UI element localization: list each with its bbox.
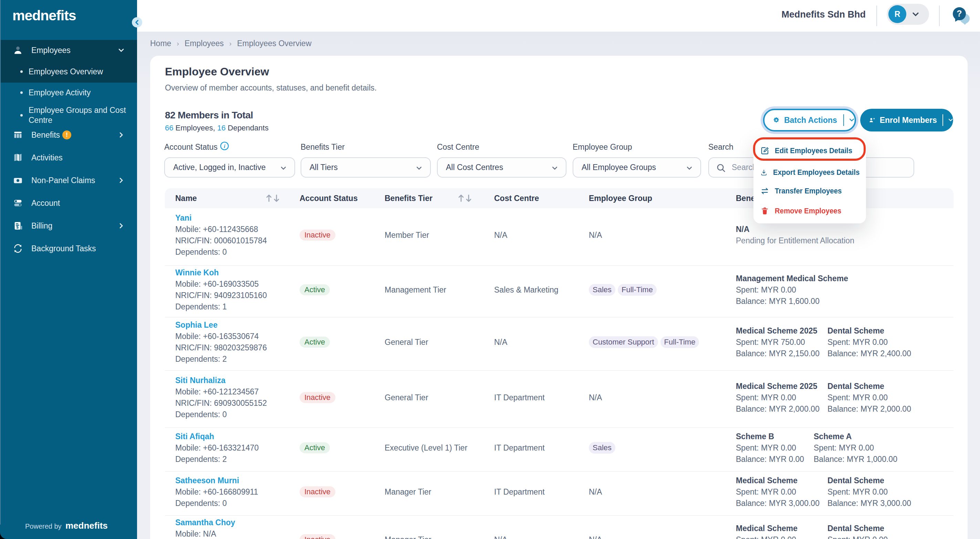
svg-text:i: i bbox=[224, 143, 226, 149]
svg-text:?: ? bbox=[956, 9, 962, 18]
svg-text:$: $ bbox=[16, 225, 19, 229]
